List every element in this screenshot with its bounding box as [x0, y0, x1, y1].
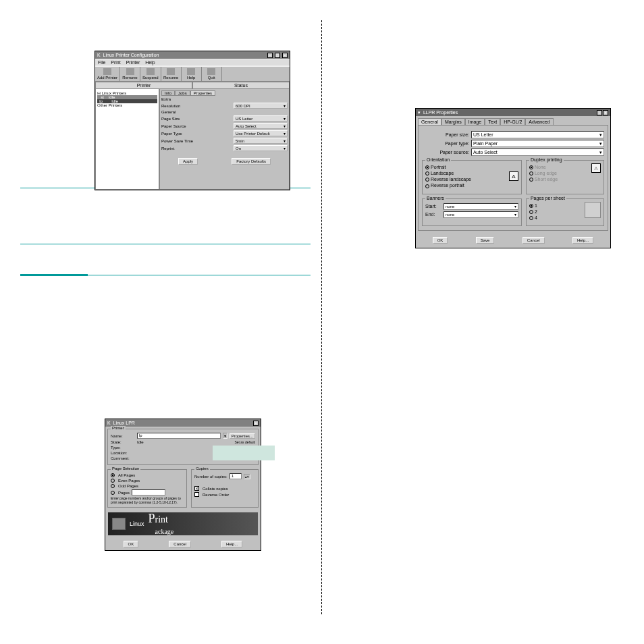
reprint-combo[interactable]: On▾: [234, 145, 288, 151]
printer-tree[interactable]: ⊟ Linux Printers st Idle lp Idle Other P…: [95, 88, 159, 190]
tab-margins[interactable]: Margins: [441, 118, 465, 125]
cancel-button[interactable]: Cancel: [522, 237, 545, 244]
factory-defaults-button[interactable]: Factory Defaults: [232, 158, 271, 165]
numcopies-input[interactable]: 1: [230, 473, 242, 479]
tb-help[interactable]: Help: [182, 67, 202, 81]
tb-resume[interactable]: Resume: [161, 67, 182, 81]
tab-advanced[interactable]: Advanced: [525, 118, 553, 125]
close-icon[interactable]: ×: [603, 110, 608, 115]
papertype-label: Paper Type: [161, 132, 182, 136]
all-pages-radio[interactable]: [111, 473, 115, 477]
minimize-icon[interactable]: -: [597, 110, 602, 115]
menu-print[interactable]: Print: [111, 60, 120, 65]
papersize3-label: Paper size:: [422, 132, 469, 137]
papertype3-select[interactable]: Plain Paper▾: [471, 140, 604, 147]
printer-name-combo[interactable]: lp: [137, 433, 221, 439]
duplex-short-radio: [529, 178, 533, 182]
tab-hpgl2[interactable]: HP-GL/2: [500, 118, 525, 125]
even-pages-radio[interactable]: [111, 479, 115, 483]
general-label: General: [161, 110, 288, 114]
apply-button[interactable]: Apply: [178, 158, 198, 165]
banner-linux: Linux: [130, 520, 144, 527]
rev-landscape-radio[interactable]: [425, 178, 429, 182]
duplex-group: Duplex printing None Long edge Short edg…: [526, 160, 604, 194]
papersource3-select[interactable]: Auto Select▾: [471, 149, 604, 156]
tab-general[interactable]: General: [418, 118, 441, 125]
papertype-combo[interactable]: Use Printer Default▾: [234, 130, 288, 136]
ok-button[interactable]: OK: [124, 541, 139, 547]
chevron-down-icon[interactable]: ▾: [223, 433, 227, 439]
collate-checkbox[interactable]: ✕: [194, 486, 199, 491]
duplex-short-label: Short edge: [535, 177, 558, 182]
tab-jobs[interactable]: Jobs: [175, 90, 190, 96]
powersave-combo[interactable]: 5min▾: [234, 138, 288, 144]
tb-add-printer[interactable]: Add Printer: [95, 67, 120, 81]
printer-legend: Printer: [111, 426, 126, 430]
pps-legend: Pages per sheet: [529, 196, 566, 200]
pps-4-radio[interactable]: [529, 216, 533, 220]
location-label: Location:: [111, 451, 135, 455]
pps-preview-icon: [585, 202, 601, 218]
orientation-legend: Orientation: [425, 157, 451, 162]
papersize3-select[interactable]: US Letter▾: [471, 131, 604, 138]
pps-2-radio[interactable]: [529, 210, 533, 214]
save-button[interactable]: Save: [476, 237, 495, 244]
pagesize-label: Page Size: [161, 117, 180, 121]
close-icon[interactable]: ×: [282, 53, 288, 58]
chevron-down-icon: ▾: [284, 131, 286, 136]
win3-titlebar[interactable]: ▾ LLPR Properties -×: [416, 109, 610, 116]
close-icon[interactable]: ×: [253, 421, 259, 426]
tb-quit[interactable]: Quit: [202, 67, 222, 81]
banners-group: Banners Start:none▾ End:none▾: [422, 198, 522, 226]
pages-label: Pages: [118, 491, 130, 495]
pps-4-label: 4: [535, 215, 537, 220]
minimize-icon[interactable]: -: [267, 53, 273, 58]
tab-text[interactable]: Text: [485, 118, 500, 125]
win1-titlebar[interactable]: K Linux Printer Configuration - □ ×: [95, 51, 290, 59]
pps-2-label: 2: [535, 209, 537, 214]
quit-icon: [207, 68, 215, 75]
help-button[interactable]: Help...: [572, 237, 593, 244]
tab-properties[interactable]: Properties: [190, 90, 215, 96]
tree-other[interactable]: Other Printers: [97, 103, 157, 107]
tree-root[interactable]: ⊟ Linux Printers: [97, 90, 157, 95]
rev-landscape-label: Reverse landscape: [431, 177, 471, 182]
odd-pages-radio[interactable]: [111, 484, 115, 488]
pagesize-combo[interactable]: US Letter▾: [234, 115, 288, 122]
cancel-button[interactable]: Cancel: [169, 541, 191, 547]
set-default-label[interactable]: Set as default: [234, 440, 255, 444]
papertype3-label: Paper type:: [422, 141, 469, 146]
tab-printer[interactable]: Printer: [95, 82, 192, 88]
reverse-checkbox[interactable]: [194, 492, 199, 497]
papersource-combo[interactable]: Auto Select▾: [234, 123, 288, 129]
landscape-radio[interactable]: [425, 171, 429, 176]
portrait-radio[interactable]: [425, 165, 429, 169]
banners-end-select[interactable]: none▾: [444, 211, 518, 218]
win2-titlebar[interactable]: K Linux LPR ×: [105, 419, 261, 427]
pages-input[interactable]: [132, 489, 165, 495]
maximize-icon[interactable]: □: [275, 53, 280, 58]
tb-remove[interactable]: Remove: [120, 67, 140, 81]
page-selection-group: Page Selection All Pages Even Pages Odd …: [107, 469, 187, 508]
state-value: Idle: [137, 440, 144, 444]
menu-printer[interactable]: Printer: [126, 60, 140, 65]
rev-portrait-label: Reverse portrait: [431, 183, 464, 188]
pages-hint: Enter page numbers and/or groups of page…: [111, 497, 184, 504]
tb-suspend[interactable]: Suspend: [140, 67, 161, 81]
menu-help[interactable]: Help: [145, 60, 155, 65]
ok-button[interactable]: OK: [433, 237, 448, 244]
banners-start-select[interactable]: none▾: [444, 203, 518, 210]
rev-portrait-radio[interactable]: [425, 184, 429, 188]
spinner-icon[interactable]: ▴▾: [244, 474, 250, 479]
help-button[interactable]: Help...: [221, 541, 242, 547]
properties-button[interactable]: Properties...: [230, 433, 255, 439]
tab-image[interactable]: Image: [465, 118, 485, 125]
tab-status[interactable]: Status: [192, 82, 290, 88]
pages-radio[interactable]: [111, 491, 115, 495]
menu-file[interactable]: File: [98, 60, 105, 65]
pps-1-radio[interactable]: [529, 204, 533, 208]
resolution-combo[interactable]: 600 DPI▾: [234, 103, 288, 109]
tab-info[interactable]: Info: [161, 90, 175, 96]
chevron-down-icon: ▾: [514, 212, 516, 217]
chevron-down-icon: ▾: [599, 132, 602, 138]
